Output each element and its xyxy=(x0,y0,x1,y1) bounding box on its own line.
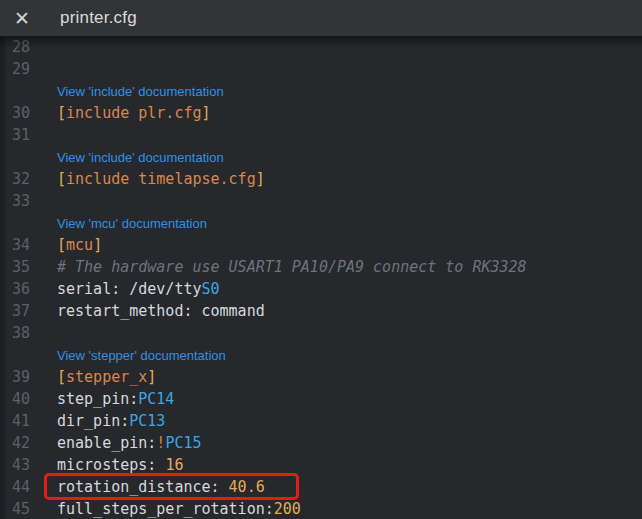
editor-topbar: ✕ printer.cfg xyxy=(0,0,642,36)
line-number: 43 xyxy=(5,454,30,476)
line-number xyxy=(5,344,30,366)
line-number: 34 xyxy=(5,234,30,256)
code-token: microsteps: xyxy=(57,456,165,474)
code-token: ] xyxy=(202,104,211,122)
code-line[interactable]: 35# The hardware use USART1 PA10/PA9 con… xyxy=(0,256,642,278)
line-number: 44 xyxy=(5,476,30,498)
code-line[interactable]: 39[stepper_x] xyxy=(0,366,642,388)
code-token: serial: /dev/tty xyxy=(57,280,202,298)
line-number: 42 xyxy=(5,432,30,454)
code-token: rotation_distance: xyxy=(57,478,229,496)
code-token: ] xyxy=(93,236,102,254)
codelens-link[interactable]: View 'include' documentation xyxy=(57,150,224,165)
file-title: printer.cfg xyxy=(60,8,137,28)
code-token: 40.6 xyxy=(229,478,265,496)
code-line[interactable]: 44rotation_distance: 40.6 xyxy=(0,476,642,498)
line-number: 38 xyxy=(5,322,30,344)
line-number: 35 xyxy=(5,256,30,278)
line-number: 30 xyxy=(5,102,30,124)
codelens-row: View 'mcu' documentation xyxy=(0,212,642,234)
code-line[interactable]: 29 xyxy=(0,58,642,80)
code-token: 16 xyxy=(165,456,183,474)
code-line[interactable]: 30[include plr.cfg] xyxy=(0,102,642,124)
code-line[interactable]: 45full_steps_per_rotation:200 xyxy=(0,498,642,519)
line-number: 41 xyxy=(5,410,30,432)
code-token: include plr.cfg xyxy=(66,104,201,122)
code-token: enable_pin: xyxy=(57,434,156,452)
code-token: ] xyxy=(256,170,265,188)
code-token: [ xyxy=(57,236,66,254)
code-line[interactable]: 42enable_pin:!PC15 xyxy=(0,432,642,454)
close-button[interactable]: ✕ xyxy=(0,0,40,36)
codelens-link[interactable]: View 'stepper' documentation xyxy=(57,348,226,363)
line-number: 28 xyxy=(5,36,30,58)
code-token: step_pin: xyxy=(57,390,138,408)
code-line[interactable]: 40step_pin:PC14 xyxy=(0,388,642,410)
codelens-link[interactable]: View 'mcu' documentation xyxy=(57,216,207,231)
code-rows: 2829View 'include' documentation30[inclu… xyxy=(0,36,642,519)
line-number: 33 xyxy=(5,190,30,212)
codelens-row: View 'stepper' documentation xyxy=(0,344,642,366)
code-token: PC13 xyxy=(129,412,165,430)
code-line[interactable]: 31 xyxy=(0,124,642,146)
code-token: full_steps_per_rotation: xyxy=(57,500,274,518)
code-line[interactable]: 34[mcu] xyxy=(0,234,642,256)
line-number xyxy=(5,80,30,102)
code-token: [ xyxy=(57,170,66,188)
code-line[interactable]: 41dir_pin:PC13 xyxy=(0,410,642,432)
line-number: 31 xyxy=(5,124,30,146)
line-number: 39 xyxy=(5,366,30,388)
line-number: 40 xyxy=(5,388,30,410)
code-line[interactable]: 36serial: /dev/ttyS0 xyxy=(0,278,642,300)
code-line[interactable]: 33 xyxy=(0,190,642,212)
code-line[interactable]: 32[include timelapse.cfg] xyxy=(0,168,642,190)
code-line[interactable]: 43microsteps: 16 xyxy=(0,454,642,476)
line-number: 36 xyxy=(5,278,30,300)
codelens-link[interactable]: View 'include' documentation xyxy=(57,84,224,99)
line-number: 29 xyxy=(5,58,30,80)
code-line[interactable]: 28 xyxy=(0,36,642,58)
code-token: # The hardware use USART1 PA10/PA9 conne… xyxy=(57,258,527,276)
code-token: [ xyxy=(57,368,66,386)
code-token: PC15 xyxy=(165,434,201,452)
codelens-row: View 'include' documentation xyxy=(0,80,642,102)
code-token: [ xyxy=(57,104,66,122)
close-icon: ✕ xyxy=(14,9,30,28)
code-token: PC14 xyxy=(138,390,174,408)
code-token: ] xyxy=(147,368,156,386)
codelens-row: View 'include' documentation xyxy=(0,146,642,168)
editor-window: ✕ printer.cfg 2829View 'include' documen… xyxy=(0,0,642,519)
code-token: S0 xyxy=(202,280,220,298)
code-token: include timelapse.cfg xyxy=(66,170,256,188)
code-editor[interactable]: 2829View 'include' documentation30[inclu… xyxy=(0,36,642,519)
code-line[interactable]: 37restart_method: command xyxy=(0,300,642,322)
line-number xyxy=(5,212,30,234)
code-token: stepper_x xyxy=(66,368,147,386)
code-token: 200 xyxy=(274,500,301,518)
line-number: 32 xyxy=(5,168,30,190)
line-number xyxy=(5,146,30,168)
code-token: restart_method: command xyxy=(57,302,265,320)
code-token: dir_pin: xyxy=(57,412,129,430)
line-number: 45 xyxy=(5,498,30,519)
code-line[interactable]: 38 xyxy=(0,322,642,344)
line-number: 37 xyxy=(5,300,30,322)
code-token: mcu xyxy=(66,236,93,254)
